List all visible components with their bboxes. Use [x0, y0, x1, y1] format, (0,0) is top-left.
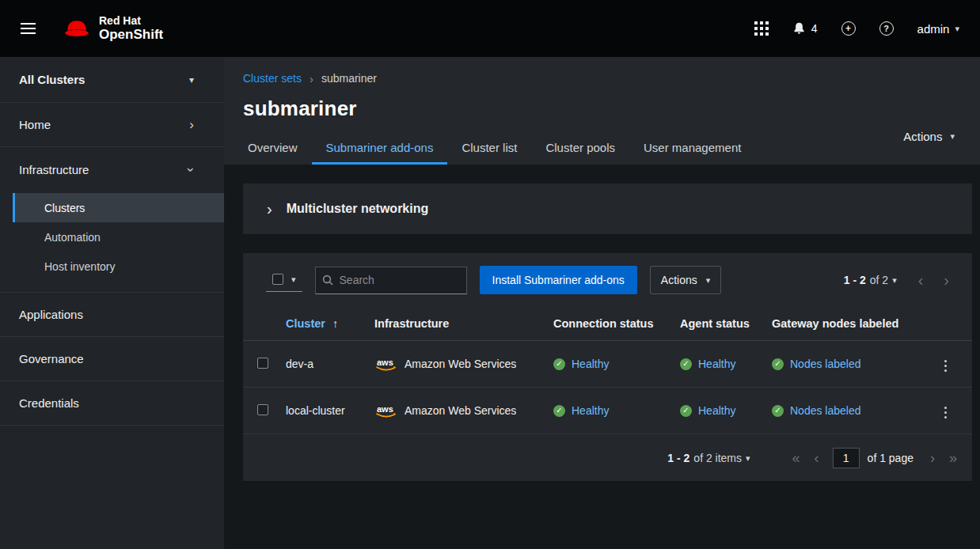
row-checkbox[interactable]: [257, 404, 268, 415]
caret-down-icon: ▾: [706, 276, 711, 285]
gateway-status-link[interactable]: Nodes labeled: [790, 404, 861, 417]
sidebar-item-label: Home: [19, 118, 51, 131]
tab-submariner-add-ons[interactable]: Submariner add-ons: [312, 133, 448, 165]
plus-circle-icon: +: [841, 21, 856, 36]
check-circle-icon: ✓: [680, 358, 692, 370]
infrastructure-cell: aws Amazon Web Services: [374, 403, 541, 418]
sidebar-item-home[interactable]: Home ›: [0, 103, 224, 147]
svg-text:aws: aws: [377, 404, 393, 414]
bulk-select-checkbox[interactable]: [272, 274, 283, 285]
redhat-hat-icon: [63, 18, 91, 39]
first-page-button[interactable]: «: [785, 451, 807, 465]
breadcrumb-current: submariner: [321, 72, 377, 85]
check-circle-icon: ✓: [680, 405, 692, 417]
brand-line-1: Red Hat: [99, 15, 163, 28]
bell-icon: [792, 21, 806, 36]
next-page-button[interactable]: ›: [923, 451, 942, 465]
page-number-input[interactable]: [833, 448, 860, 468]
pagination-options-toggle[interactable]: 1 - 2 of 2 ▾: [844, 274, 908, 286]
sidebar-item-automation[interactable]: Automation: [13, 222, 224, 252]
row-checkbox[interactable]: [257, 358, 268, 369]
tab-overview[interactable]: Overview: [243, 133, 312, 165]
sidebar-item-label: Infrastructure: [19, 163, 89, 176]
sidebar-item-host-inventory[interactable]: Host inventory: [13, 252, 224, 281]
sidebar-item-label: Credentials: [19, 396, 79, 410]
row-kebab-menu[interactable]: [937, 403, 954, 422]
sidebar-item-applications[interactable]: Applications: [0, 293, 224, 337]
cluster-name-cell: dev-a: [279, 341, 368, 388]
hamburger-icon: [21, 23, 36, 25]
create-resource-button[interactable]: +: [841, 21, 856, 36]
col-cluster-sort[interactable]: Cluster↑: [279, 307, 368, 341]
perspective-switcher[interactable]: All Clusters ▾: [0, 57, 224, 103]
pagination-items-toggle[interactable]: 1 - 2 of 2 items ▾: [667, 452, 761, 464]
connection-status-cell: ✓ Healthy: [553, 358, 667, 370]
tab-cluster-pools[interactable]: Cluster pools: [531, 133, 629, 165]
page-count-label: of 1 page: [868, 452, 914, 464]
prev-page-button[interactable]: ‹: [807, 451, 826, 465]
brand-line-2: OpenShift: [99, 27, 163, 42]
chevron-down-icon: ›: [185, 167, 199, 172]
next-page-button[interactable]: ›: [933, 272, 959, 288]
connection-status-link[interactable]: Healthy: [572, 404, 609, 417]
page-header: Cluster sets › submariner submariner Act…: [224, 57, 980, 165]
col-gateway-nodes: Gateway nodes labeled: [765, 307, 931, 341]
page-navigation: « ‹ of 1 page › »: [785, 448, 964, 468]
aws-icon: aws: [374, 357, 398, 372]
bulk-select-toggle[interactable]: ▾: [266, 268, 302, 292]
breadcrumb-link-cluster-sets[interactable]: Cluster sets: [243, 72, 302, 85]
masthead-utilities: 4 + ? admin ▾: [754, 21, 959, 36]
search-input[interactable]: [315, 267, 467, 294]
caret-down-icon: ▾: [291, 275, 296, 284]
check-circle-icon: ✓: [553, 358, 565, 370]
gateway-status-link[interactable]: Nodes labeled: [790, 358, 861, 370]
col-infrastructure: Infrastructure: [368, 307, 547, 341]
agent-status-link[interactable]: Healthy: [698, 404, 735, 417]
user-menu[interactable]: admin ▾: [917, 22, 959, 36]
brand-logo[interactable]: Red Hat OpenShift: [63, 15, 163, 43]
app-launcher-button[interactable]: [754, 21, 769, 36]
sidebar-item-label: Host inventory: [44, 260, 115, 273]
col-connection-status: Connection status: [547, 307, 674, 341]
install-submariner-button[interactable]: Install Submariner add-ons: [480, 266, 637, 294]
infrastructure-subnav: Clusters Automation Host inventory: [0, 191, 224, 293]
gateway-status-cell: ✓ Nodes labeled: [772, 358, 925, 370]
tab-user-management[interactable]: User management: [629, 133, 755, 165]
chevron-right-icon: ›: [267, 201, 272, 217]
notification-count-badge: 4: [811, 22, 818, 35]
tab-bar: Overview Submariner add-ons Cluster list…: [243, 133, 961, 165]
check-circle-icon: ✓: [772, 358, 784, 370]
tab-cluster-list[interactable]: Cluster list: [447, 133, 531, 165]
col-row-actions: [931, 307, 972, 341]
nav-toggle-button[interactable]: [14, 17, 42, 40]
sidebar-item-credentials[interactable]: Credentials: [0, 381, 224, 426]
question-circle-icon: ?: [879, 21, 894, 36]
notifications-button[interactable]: 4: [792, 21, 818, 36]
sidebar-item-clusters[interactable]: Clusters: [13, 193, 224, 222]
pagination-range-of-items: of 2 items: [693, 452, 742, 464]
breadcrumb-separator-icon: ›: [310, 73, 313, 85]
sidebar-item-infrastructure[interactable]: Infrastructure ›: [0, 147, 224, 191]
last-page-button[interactable]: »: [942, 451, 964, 465]
prev-page-button[interactable]: ‹: [908, 272, 934, 288]
connection-status-link[interactable]: Healthy: [572, 358, 609, 370]
check-circle-icon: ✓: [772, 405, 784, 417]
submariner-clusters-table: Cluster↑ Infrastructure Connection statu…: [243, 307, 972, 434]
search-box: [315, 267, 467, 294]
row-kebab-menu[interactable]: [937, 356, 954, 376]
sidebar-item-governance[interactable]: Governance: [0, 337, 224, 381]
sidebar-nav: All Clusters ▾ Home › Infrastructure › C…: [0, 57, 224, 549]
sort-asc-icon: ↑: [332, 317, 338, 330]
multicluster-networking-toggle[interactable]: › Multicluster networking: [243, 184, 972, 234]
help-button[interactable]: ?: [879, 21, 894, 36]
table-actions-dropdown[interactable]: Actions ▾: [650, 266, 721, 294]
page-actions-dropdown[interactable]: Actions ▾: [903, 130, 955, 143]
sidebar-item-label: Governance: [19, 352, 84, 365]
agent-status-link[interactable]: Healthy: [698, 358, 735, 370]
chevron-right-icon: ›: [189, 118, 194, 131]
app-launcher-icon: [754, 21, 769, 36]
table-toolbar: ▾ Install Submariner add-ons Actions ▾: [243, 253, 972, 307]
table-row: dev-a aws Amazon Web Services ✓: [243, 341, 972, 388]
perspective-label: All Clusters: [19, 73, 85, 86]
section-title: Multicluster networking: [287, 202, 429, 216]
